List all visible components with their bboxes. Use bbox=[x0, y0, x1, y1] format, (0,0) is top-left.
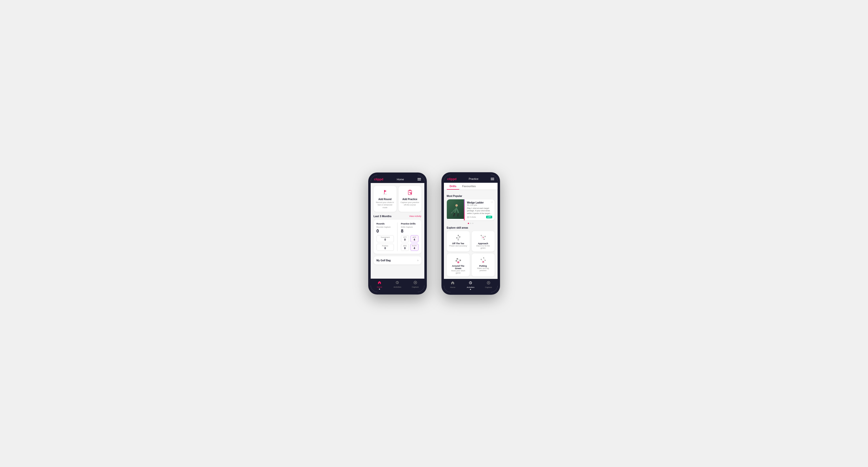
drill-title: Wedge Ladder bbox=[467, 201, 492, 204]
wedge-ladder-card[interactable]: ☆ Wedge Ladder 50–100 yds Play 1 shot at… bbox=[447, 199, 495, 220]
favourite-star-icon[interactable]: ☆ bbox=[491, 201, 493, 204]
off-tee-icon bbox=[449, 234, 468, 241]
drills-total: 8 bbox=[401, 229, 418, 234]
dot-3 bbox=[472, 223, 473, 224]
rounds-section: Rounds Rounds Capture 0 Tournament 0 Pra… bbox=[376, 222, 394, 251]
capture-nav-icon bbox=[413, 281, 417, 285]
skill-off-tee[interactable]: Off The Tee Power and accuracy bbox=[447, 231, 470, 252]
skill-approach[interactable]: Approach Dial-in to hit the green bbox=[472, 231, 495, 252]
tab-drills[interactable]: Drills bbox=[447, 183, 460, 190]
drills-grid-bottom: ARG 0 PUTT 4 bbox=[401, 244, 418, 251]
home-title: Home bbox=[397, 178, 404, 181]
off-tee-name: Off The Tee bbox=[449, 242, 468, 245]
practice-home-nav-icon bbox=[451, 281, 455, 286]
putt-label: PUTT bbox=[412, 245, 417, 247]
approach-icon bbox=[474, 234, 493, 241]
practice-title: Practice bbox=[469, 177, 478, 180]
putting-name: Putting bbox=[474, 265, 493, 267]
practice-tabs: Drills Favourites bbox=[444, 183, 498, 190]
skill-grid: Off The Tee Power and accuracy bbox=[447, 231, 495, 276]
svg-text:+: + bbox=[410, 192, 411, 194]
add-round-desc: Record your shots in fast or enhanced mo… bbox=[376, 201, 395, 209]
tournament-label: Tournament bbox=[378, 237, 393, 238]
app-badge: APP bbox=[486, 216, 492, 218]
practice-nav-capture-label: Capture bbox=[485, 286, 492, 288]
stats-row: Rounds Rounds Capture 0 Tournament 0 Pra… bbox=[376, 222, 418, 251]
arg-box: ARG 0 bbox=[401, 244, 409, 251]
arg-label: ARG bbox=[403, 245, 407, 247]
practice-section: Practice Drills Drills Capture 8 OTT 0 A… bbox=[401, 222, 418, 251]
practice-bottom-nav: Home Activities bbox=[444, 279, 498, 292]
skill-around-green[interactable]: Around The Green Hone your short game bbox=[447, 253, 470, 276]
svg-rect-4 bbox=[409, 190, 411, 191]
svg-point-14 bbox=[467, 216, 469, 218]
putt-value: 4 bbox=[412, 247, 417, 250]
practice-nav-activities[interactable]: Activities bbox=[462, 281, 479, 290]
practice-label: Practice bbox=[378, 245, 393, 247]
practice-header: clippd Practice bbox=[444, 175, 498, 183]
practice-drills-title: Practice Drills bbox=[401, 222, 418, 225]
ott-label: OTT bbox=[403, 237, 407, 238]
svg-line-20 bbox=[458, 237, 460, 240]
practice-activities-nav-icon bbox=[468, 281, 472, 286]
practice-nav-activities-dot bbox=[470, 289, 471, 290]
practice-nav-capture[interactable]: Capture bbox=[479, 281, 497, 290]
nav-capture-label: Capture bbox=[412, 286, 419, 288]
app-box: APP 4 bbox=[410, 235, 418, 242]
chevron-right-icon: › bbox=[417, 259, 418, 262]
practice-box: Practice 0 bbox=[376, 244, 394, 251]
drill-info: ☆ Wedge Ladder 50–100 yds Play 1 shot at… bbox=[465, 199, 495, 220]
around-green-desc: Hone your short game bbox=[449, 270, 468, 274]
nav-activities[interactable]: Activities bbox=[389, 281, 406, 290]
menu-button[interactable] bbox=[417, 178, 421, 180]
rounds-title: Rounds bbox=[376, 222, 394, 225]
activities-nav-icon bbox=[395, 281, 399, 285]
ott-box: OTT 0 bbox=[401, 235, 409, 242]
dot-1 bbox=[468, 223, 469, 224]
add-round-card[interactable]: Add Round Record your shots in fast or e… bbox=[374, 186, 397, 212]
drill-yardage: 50–100 yds bbox=[467, 204, 492, 206]
stats-divider bbox=[397, 222, 398, 251]
add-practice-icon: + bbox=[400, 189, 420, 197]
golf-bag-row[interactable]: My Golf Bag › bbox=[374, 256, 422, 264]
app-label: APP bbox=[412, 237, 417, 238]
svg-point-0 bbox=[383, 194, 387, 195]
practice-nav-home-label: Home bbox=[450, 286, 455, 288]
practice-content: Most Popular bbox=[444, 192, 498, 279]
svg-line-19 bbox=[457, 238, 458, 240]
home-nav-icon bbox=[377, 281, 381, 285]
drill-image bbox=[447, 199, 464, 219]
golfer-image bbox=[447, 199, 464, 219]
section-header-months: Last 3 Months View Activity bbox=[374, 215, 422, 218]
tournament-value: 0 bbox=[378, 238, 393, 241]
drill-footer: 9 shots APP bbox=[467, 216, 492, 218]
add-practice-title: Add Practice bbox=[400, 198, 420, 200]
arg-value: 0 bbox=[403, 247, 407, 250]
practice-capture-nav-icon bbox=[487, 281, 491, 286]
dot-2 bbox=[470, 223, 471, 224]
tab-favourites[interactable]: Favourites bbox=[459, 183, 479, 190]
approach-name: Approach bbox=[474, 242, 493, 245]
home-header: clippd Home bbox=[371, 175, 424, 183]
putting-desc: Make and lag practice bbox=[474, 267, 493, 272]
nav-home[interactable]: Home bbox=[371, 281, 389, 290]
around-green-name: Around The Green bbox=[449, 265, 468, 270]
nav-capture[interactable]: Capture bbox=[406, 281, 424, 290]
view-activity-link[interactable]: View Activity bbox=[409, 215, 422, 217]
drills-grid-top: OTT 0 APP 4 bbox=[401, 235, 418, 242]
rounds-total: 0 bbox=[376, 229, 394, 234]
practice-nav-activities-label: Activities bbox=[467, 286, 475, 288]
practice-menu-button[interactable] bbox=[491, 178, 494, 180]
skill-putting[interactable]: Putting Make and lag practice bbox=[472, 253, 495, 276]
stats-card: Rounds Rounds Capture 0 Tournament 0 Pra… bbox=[374, 220, 422, 254]
phone-home: clippd Home Add bbox=[368, 173, 427, 294]
golf-bag-label: My Golf Bag bbox=[376, 259, 391, 262]
tournament-box: Tournament 0 bbox=[376, 235, 394, 242]
nav-home-label: Home bbox=[377, 286, 382, 288]
add-practice-card[interactable]: + Add Practice Capture your practice off… bbox=[399, 186, 422, 212]
drill-description: Play 1 shot at each target yardage. If y… bbox=[467, 207, 492, 215]
practice-nav-home[interactable]: Home bbox=[444, 281, 462, 290]
around-green-icon bbox=[449, 256, 468, 264]
quick-actions: Add Round Record your shots in fast or e… bbox=[374, 186, 422, 212]
practice-value: 0 bbox=[378, 247, 393, 250]
